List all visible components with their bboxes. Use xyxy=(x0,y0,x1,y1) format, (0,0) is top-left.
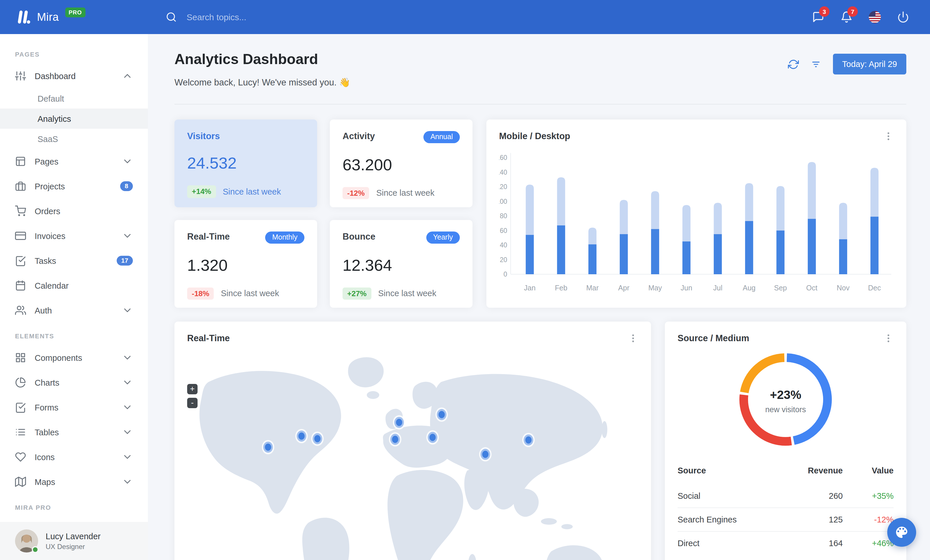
sidebar-item-label: Orders xyxy=(35,206,60,216)
header-divider xyxy=(174,104,906,104)
bar-jun[interactable] xyxy=(682,205,691,274)
x-axis-label: Oct xyxy=(806,284,818,292)
map-marker[interactable] xyxy=(389,432,402,446)
sidebar-item-projects[interactable]: Projects8 xyxy=(0,174,148,199)
grid-icon xyxy=(15,352,26,363)
sidebar-item-dashboard[interactable]: Dashboard xyxy=(0,63,148,88)
map-marker[interactable] xyxy=(311,431,323,446)
stat-caption: Since last week xyxy=(223,187,281,196)
bar-feb[interactable] xyxy=(557,177,565,274)
search-input[interactable] xyxy=(185,12,347,23)
sidebar-item-auth[interactable]: Auth xyxy=(0,298,148,323)
chevron-down-icon xyxy=(122,451,133,462)
sidebar-item-charts[interactable]: Charts xyxy=(0,370,148,395)
bar-jan[interactable] xyxy=(526,184,534,274)
pro-badge: PRO xyxy=(65,8,86,17)
sidebar-item-invoices[interactable]: Invoices xyxy=(0,223,148,248)
chevron-down-icon xyxy=(122,156,133,167)
map-marker[interactable] xyxy=(393,415,405,430)
sidebar-subitem-analytics[interactable]: Analytics xyxy=(0,109,148,129)
sidebar-item-label: Maps xyxy=(35,477,55,486)
bar-oct[interactable] xyxy=(808,162,816,274)
y-axis-label: 0 xyxy=(503,270,507,278)
sidebar-user[interactable]: Lucy Lavender UX Designer xyxy=(0,522,148,560)
stat-period-badge[interactable]: Monthly xyxy=(265,232,305,243)
chevron-down-icon xyxy=(122,305,133,316)
sidebar-subitem-saas[interactable]: SaaS xyxy=(0,129,148,149)
map-marker[interactable] xyxy=(426,430,439,445)
map-zoom-in-button[interactable]: + xyxy=(187,384,197,394)
sidebar-item-tables[interactable]: Tables xyxy=(0,420,148,445)
user-role: UX Designer xyxy=(46,542,100,551)
sidebar-item-label: Icons xyxy=(35,452,55,462)
sidebar-item-tasks[interactable]: Tasks17 xyxy=(0,248,148,273)
sidebar-item-icons[interactable]: Icons xyxy=(0,445,148,469)
stat-period-badge[interactable]: Yearly xyxy=(426,232,460,243)
sidebar-item-maps[interactable]: Maps xyxy=(0,469,148,494)
card-menu-button[interactable] xyxy=(883,131,894,141)
bar-aug[interactable] xyxy=(745,183,753,274)
y-axis-label: 140 xyxy=(499,169,507,176)
sidebar-item-forms[interactable]: Forms xyxy=(0,395,148,420)
notifications-badge: 7 xyxy=(847,6,858,17)
sidebar-item-calendar[interactable]: Calendar xyxy=(0,273,148,298)
sidebar-item-label: Tasks xyxy=(35,256,56,265)
app-root: Mira PRO 3 7 PAGESDashbo xyxy=(0,0,930,560)
refresh-button[interactable] xyxy=(788,58,799,69)
language-button[interactable] xyxy=(862,5,887,29)
navbar-actions: 3 7 xyxy=(806,5,915,29)
sliders-icon xyxy=(15,71,26,81)
x-axis-label: Jul xyxy=(713,284,722,292)
bar-apr[interactable] xyxy=(620,200,628,274)
bar-sep[interactable] xyxy=(776,186,784,274)
messages-button[interactable]: 3 xyxy=(806,5,830,29)
bar-nov[interactable] xyxy=(839,203,847,274)
card-menu-button[interactable] xyxy=(628,333,638,344)
stat-caption: Since last week xyxy=(378,289,436,298)
map-marker[interactable] xyxy=(295,429,308,443)
chevron-down-icon xyxy=(122,402,133,413)
map-marker[interactable] xyxy=(479,447,491,462)
x-axis-label: Jun xyxy=(681,284,692,292)
map-zoom-out-button[interactable]: - xyxy=(187,398,197,408)
map-marker[interactable] xyxy=(522,433,534,447)
bar-mar[interactable] xyxy=(588,227,596,274)
sidebar-item-pages[interactable]: Pages xyxy=(0,149,148,174)
brand[interactable]: Mira PRO xyxy=(15,9,145,25)
realtime-map-card: Real-Time xyxy=(174,322,651,560)
sidebar-item-label: Tables xyxy=(35,428,59,437)
table-row: Direct164+46% xyxy=(677,531,894,555)
stat-period-badge[interactable]: Annual xyxy=(423,131,460,143)
heart-icon xyxy=(15,451,26,462)
bar-dec[interactable] xyxy=(870,168,879,274)
filter-button[interactable] xyxy=(810,58,821,69)
x-axis-label: Mar xyxy=(586,284,599,292)
source-cell: Search Engines xyxy=(677,508,773,531)
sidebar-subitem-default[interactable]: Default xyxy=(0,88,148,109)
sidebar-item-orders[interactable]: Orders xyxy=(0,199,148,223)
bar-jul[interactable] xyxy=(714,203,722,274)
sidebar-item-label: Components xyxy=(35,353,82,362)
notifications-button[interactable]: 7 xyxy=(834,5,858,29)
sidebar-item-label: Auth xyxy=(35,306,52,315)
world-map[interactable]: + - xyxy=(174,348,651,560)
donut-center-value: +23% xyxy=(770,388,801,402)
bar-may[interactable] xyxy=(651,191,659,274)
source-donut-chart: +23% new visitors xyxy=(736,350,835,451)
check-square-icon xyxy=(15,402,26,413)
stat-card-activity: ActivityAnnual63.200-12%Since last week xyxy=(330,120,473,207)
sidebar-item-components[interactable]: Components xyxy=(0,345,148,370)
card-menu-button[interactable] xyxy=(883,333,894,344)
sidebar-item-badge: 17 xyxy=(117,256,133,265)
chevron-down-icon xyxy=(122,427,133,437)
navbar: Mira PRO 3 7 xyxy=(0,0,930,34)
map-marker[interactable] xyxy=(262,440,274,454)
today-button[interactable]: Today: April 29 xyxy=(833,54,906,74)
list-icon xyxy=(15,427,26,437)
stat-title: Real-Time xyxy=(187,232,230,242)
sidebar-item-label: Projects xyxy=(35,181,65,191)
signout-button[interactable] xyxy=(891,5,915,29)
donut-center-label: new visitors xyxy=(765,405,806,414)
map-marker[interactable] xyxy=(436,407,448,422)
theme-settings-fab[interactable] xyxy=(887,518,916,547)
